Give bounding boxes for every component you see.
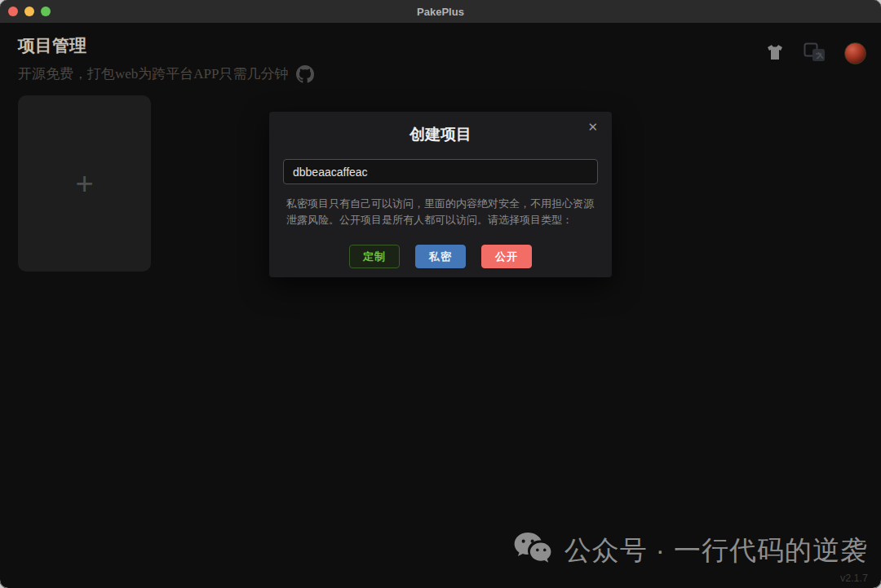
dialog-title: 创建项目 [269, 124, 612, 145]
tshirt-icon [764, 42, 786, 64]
app-window: PakePlus 项目管理 开源免费，打包web为跨平台APP只需几分钟 [0, 0, 881, 588]
create-project-dialog: ✕ 创建项目 私密项目只有自己可以访问，里面的内容绝对安全，不用担心资源泄露风险… [269, 112, 612, 277]
page-subtitle-text: 开源免费，打包web为跨平台APP只需几分钟 [18, 64, 289, 83]
version-label: v2.1.7 [840, 573, 868, 584]
traffic-lights [8, 7, 51, 16]
theme-tshirt-button[interactable] [764, 42, 786, 64]
public-button[interactable]: 公开 [481, 245, 532, 268]
watermark-text: 公众号 · 一行代码的逆袭 [564, 533, 868, 569]
toolbar [764, 42, 866, 64]
window-title: PakePlus [0, 6, 881, 18]
close-window-button[interactable] [8, 7, 18, 16]
zoom-window-button[interactable] [41, 7, 51, 16]
dialog-footer: 定制 私密 公开 [269, 245, 612, 268]
github-icon[interactable] [296, 65, 314, 83]
language-switch-icon [804, 42, 826, 64]
watermark: 公众号 · 一行代码的逆袭 [513, 531, 868, 570]
project-name-input[interactable] [283, 159, 598, 184]
dialog-description: 私密项目只有自己可以访问，里面的内容绝对安全，不用担心资源泄露风险。公开项目是所… [286, 196, 595, 228]
language-switch-button[interactable] [804, 42, 826, 64]
page-subtitle: 开源免费，打包web为跨平台APP只需几分钟 [18, 64, 314, 83]
dialog-close-button[interactable]: ✕ [586, 119, 600, 135]
titlebar: PakePlus [0, 0, 881, 23]
minimize-window-button[interactable] [24, 7, 34, 16]
private-button[interactable]: 私密 [415, 245, 466, 268]
user-avatar-button[interactable] [844, 42, 866, 64]
page-title: 项目管理 [18, 34, 314, 57]
page-header: 项目管理 开源免费，打包web为跨平台APP只需几分钟 [18, 34, 314, 83]
wechat-icon [513, 531, 554, 570]
avatar [844, 42, 866, 64]
plus-icon: + [75, 168, 93, 199]
add-project-card[interactable]: + [18, 95, 151, 272]
custom-button[interactable]: 定制 [349, 245, 400, 268]
